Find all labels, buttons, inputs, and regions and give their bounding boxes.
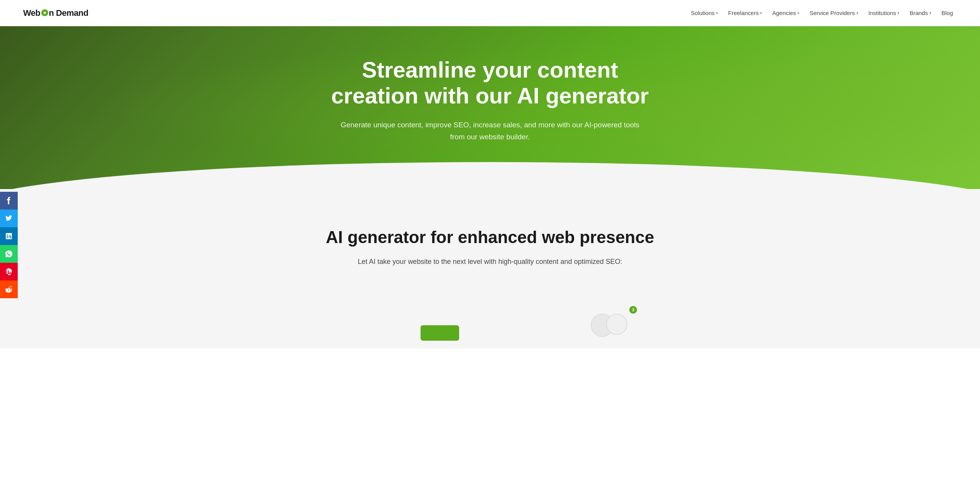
section-title: AI generator for enhanced web presence [77,228,903,247]
reddit-share-button[interactable] [0,280,18,298]
nav-blog[interactable]: Blog [938,7,957,19]
logo[interactable]: Web n Demand [23,8,88,18]
nav-service-providers[interactable]: Service Providers ▾ [806,7,862,19]
section-subtitle: Let AI take your website to the next lev… [355,256,625,267]
logo-text-before: Web [23,8,41,18]
nav-freelancers[interactable]: Freelancers ▾ [724,7,766,19]
notification-badge: 3 [629,306,637,314]
linkedin-share-button[interactable] [0,227,18,245]
logo-text-after: n Demand [49,8,88,18]
brands-chevron-icon: ▾ [929,11,931,15]
nav-solutions[interactable]: Solutions ▾ [687,7,722,19]
hero-section: Streamline your content creation with ou… [0,26,980,189]
notification-circle-2 [606,314,627,335]
main-nav: Solutions ▾ Freelancers ▾ Agencies ▾ Ser… [687,7,957,19]
facebook-share-button[interactable] [0,192,18,210]
twitter-share-button[interactable] [0,210,18,227]
nav-brands[interactable]: Brands ▾ [906,7,935,19]
notification-hint: 3 [591,306,637,337]
solutions-chevron-icon: ▾ [716,11,718,15]
hero-title: Streamline your content creation with ou… [316,57,664,108]
header: Web n Demand Solutions ▾ Freelancers ▾ A… [0,0,980,26]
bottom-area: 3 [0,291,980,348]
nav-institutions[interactable]: Institutions ▾ [865,7,904,19]
logo-icon [41,9,48,16]
freelancers-chevron-icon: ▾ [760,11,762,15]
nav-agencies[interactable]: Agencies ▾ [768,7,803,19]
service-providers-chevron-icon: ▾ [857,11,858,15]
agencies-chevron-icon: ▾ [798,11,799,15]
cta-button-hint [421,325,459,341]
social-sidebar [0,192,18,298]
content-section: AI generator for enhanced web presence L… [0,189,980,291]
institutions-chevron-icon: ▾ [897,11,899,15]
pinterest-share-button[interactable] [0,263,18,280]
whatsapp-share-button[interactable] [0,245,18,263]
hero-subtitle: Generate unique content, improve SEO, in… [336,119,644,143]
